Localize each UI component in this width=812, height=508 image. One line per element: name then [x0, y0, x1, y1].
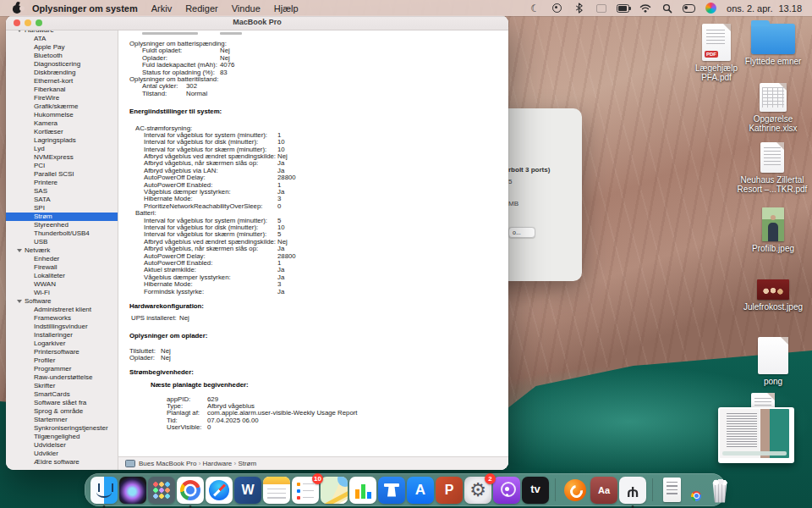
sidebar-item-fiberkanal[interactable]: Fiberkanal — [6, 86, 118, 94]
screen-recording-icon[interactable] — [551, 3, 563, 14]
dock-item-word[interactable] — [234, 477, 261, 504]
background-window-button[interactable]: o... — [508, 227, 535, 238]
sidebar-item-udvidelser[interactable]: Udvidelser — [6, 441, 118, 450]
sidebar-item-firewire[interactable]: FireWire — [6, 94, 118, 102]
sidebar-item-frameworks[interactable]: Frameworks — [6, 314, 118, 323]
wifi-icon[interactable] — [639, 3, 651, 14]
desktop-icon-opgoerelse[interactable]: Opgørelse Kathrine.xlsx — [738, 83, 809, 133]
sidebar-item-bluetooth[interactable]: Bluetooth — [6, 52, 118, 60]
sidebar-item-printersoftware[interactable]: Printersoftware — [6, 348, 118, 356]
sidebar-item-ata[interactable]: ATA — [6, 35, 118, 43]
dock-item-trash[interactable] — [706, 477, 733, 504]
sidebar-item-pci[interactable]: PCI — [6, 162, 118, 170]
window-titlebar[interactable]: MacBook Pro — [6, 15, 508, 30]
sidebar-item-wi-fi[interactable]: Wi-Fi — [6, 289, 118, 297]
sidebar-item-indstillingsvinduer[interactable]: Indstillingsvinduer — [6, 323, 118, 331]
sidebar-item-sprog-område[interactable]: Sprog & område — [6, 407, 118, 416]
sidebar-item-parallel-scsi[interactable]: Parallel SCSI — [6, 170, 118, 179]
desktop-icon-neuhaus[interactable]: Neuhaus Zillertal Resort –...TKR.pdf — [732, 142, 812, 194]
zoom-button[interactable] — [36, 19, 42, 26]
sidebar-section-netværk[interactable]: Netværk — [6, 246, 118, 255]
sidebar-item-software-slået-fra[interactable]: Software slået fra — [6, 399, 118, 407]
sidebar-item-enheder[interactable]: Enheder — [6, 255, 118, 263]
dock-item-reminders[interactable]: 10 — [292, 477, 319, 504]
dock-item-safari[interactable] — [206, 477, 233, 504]
control-center-icon[interactable] — [683, 3, 695, 14]
menu-bar-clock[interactable]: ons. 2. apr. 13.18 — [727, 3, 802, 14]
menu-arkiv[interactable]: Arkiv — [151, 3, 172, 14]
sidebar-item-logarkiver[interactable]: Logarkiver — [6, 340, 118, 348]
sidebar-item-strøm[interactable]: Strøm — [6, 213, 118, 221]
sidebar-item-grafik-skærme[interactable]: Grafik/skærme — [6, 102, 118, 111]
sidebar-item-diagnosticering[interactable]: Diagnosticering — [6, 60, 118, 69]
desktop-icon-screenshot-thumb[interactable] — [720, 407, 793, 463]
sidebar-item-wwan[interactable]: WWAN — [6, 280, 118, 289]
sidebar-item-raw-understøttelse[interactable]: Raw-understøttelse — [6, 373, 118, 382]
desktop-icon-laegehjaelp[interactable]: PDFLægehjælp PFA.pdf — [685, 24, 748, 82]
dock-item-finder[interactable] — [91, 477, 118, 504]
close-button[interactable] — [14, 19, 20, 26]
dock-item-siri[interactable] — [119, 477, 146, 504]
sidebar-item-nvmexpress[interactable]: NVMExpress — [6, 153, 118, 162]
dock-item-document[interactable] — [659, 477, 686, 504]
dock-item-dictionary[interactable] — [590, 477, 617, 504]
sidebar-item-skrifter[interactable]: Skrifter — [6, 382, 118, 390]
sidebar-item-diskbrænding[interactable]: Diskbrænding — [6, 69, 118, 77]
dock-item-maps[interactable] — [321, 477, 348, 504]
sidebar-item-administreret-klient[interactable]: Administreret klient — [6, 306, 118, 314]
sidebar-item-thunderbolt-usb4[interactable]: Thunderbolt/USB4 — [6, 229, 118, 238]
sidebar-item-profiler[interactable]: Profiler — [6, 356, 118, 365]
sidebar-item-usb[interactable]: USB — [6, 238, 118, 246]
sidebar-item-ældre-software[interactable]: Ældre software — [6, 458, 118, 467]
sidebar-item-synkroniseringstjenester[interactable]: Synkroniseringstjenester — [6, 424, 118, 433]
dock-item-keynote[interactable] — [378, 477, 405, 504]
dock-item-powerpoint[interactable] — [436, 477, 463, 504]
minimize-button[interactable] — [25, 19, 31, 26]
desktop-icon-flyttede[interactable]: Flyttede emner — [739, 24, 807, 66]
sidebar-item-installeringer[interactable]: Installeringer — [6, 331, 118, 340]
sidebar-item-sas[interactable]: SAS — [6, 187, 118, 196]
battery-icon[interactable] — [617, 3, 629, 14]
dock-item-tv[interactable] — [522, 477, 549, 504]
dock-item-podcasts[interactable] — [493, 477, 520, 504]
sidebar-item-lokaliteter[interactable]: Lokaliteter — [6, 272, 118, 280]
dock-item-chrome[interactable] — [177, 477, 204, 504]
sidebar-item-lyd[interactable]: Lyd — [6, 145, 118, 153]
sidebar-item-ethernet-kort[interactable]: Ethernet-kort — [6, 77, 118, 86]
bluetooth-icon[interactable] — [573, 3, 585, 14]
sidebar-item-kamera[interactable]: Kamera — [6, 119, 118, 128]
dock-item-notes[interactable] — [263, 477, 290, 504]
sidebar-item-lagringsplads[interactable]: Lagringsplads — [6, 136, 118, 145]
sidebar-section-software[interactable]: Software — [6, 297, 118, 306]
menu-rediger[interactable]: Rediger — [185, 3, 218, 14]
menu-hjælp[interactable]: Hjælp — [274, 3, 299, 14]
sidebar-item-styreenhed[interactable]: Styreenhed — [6, 221, 118, 229]
sidebar-item-programmer[interactable]: Programmer — [6, 365, 118, 373]
menu-vindue[interactable]: Vindue — [232, 3, 261, 14]
apple-menu-icon[interactable] — [12, 3, 22, 14]
sidebar-item-udvikler[interactable]: Udvikler — [6, 450, 118, 458]
sidebar-item-sata[interactable]: SATA — [6, 196, 118, 204]
sidebar-item-apple-pay[interactable]: Apple Pay — [6, 43, 118, 52]
sidebar-item-hukommelse[interactable]: Hukommelse — [6, 111, 118, 119]
dock-item-numbers[interactable] — [349, 477, 376, 504]
app-menu-title[interactable]: Oplysninger om system — [32, 3, 138, 14]
sidebar-item-spi[interactable]: SPI — [6, 204, 118, 213]
sidebar-item-kortlæser[interactable]: Kortlæser — [6, 128, 118, 136]
dock-item-launchpad[interactable] — [148, 477, 175, 504]
desktop-icon-profilb[interactable]: Profilb.jpeg — [739, 207, 807, 253]
sidebar-item-startemner[interactable]: Startemner — [6, 416, 118, 424]
spotlight-icon[interactable] — [661, 3, 673, 14]
sidebar-item-tilgængelighed[interactable]: Tilgængelighed — [6, 433, 118, 441]
desktop-icon-pong[interactable]: pong — [742, 337, 804, 386]
focus-moon-icon[interactable]: ☾ — [529, 3, 541, 14]
sidebar-item-firewall[interactable]: Firewall — [6, 263, 118, 272]
dock-item-chrome-mini[interactable] — [688, 479, 705, 501]
dock-item-settings[interactable]: 2 — [464, 477, 491, 504]
desktop-icon-julefrokost[interactable]: Julefrokost.jpeg — [738, 279, 809, 312]
siri-icon[interactable] — [705, 3, 717, 14]
dock-item-origin[interactable] — [562, 477, 589, 504]
sidebar-item-printere[interactable]: Printere — [6, 179, 118, 187]
inactive-icon[interactable] — [595, 3, 607, 14]
sidebar-item-smartcards[interactable]: SmartCards — [6, 390, 118, 399]
